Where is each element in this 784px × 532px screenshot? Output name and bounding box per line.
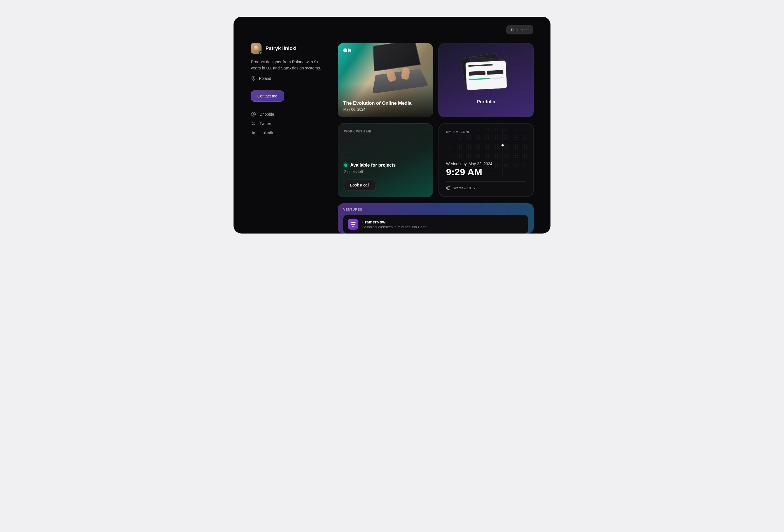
timezone-zone-text: Warsaw CEST [453, 186, 477, 190]
portfolio-preview-stack [461, 56, 511, 92]
social-link-linkedin[interactable]: LinkedIn [251, 130, 324, 135]
svg-point-0 [253, 78, 254, 79]
online-status-dot [259, 51, 262, 54]
venture-description: Stunning Websites in minutes. No Code. [362, 225, 427, 229]
social-links: Dribbble Twitter LinkedIn [251, 112, 324, 135]
avatar-wrapper [251, 43, 261, 54]
social-link-dribbble[interactable]: Dribbble [251, 112, 324, 117]
framer-icon [348, 219, 358, 230]
timezone-footer: Warsaw CEST [446, 181, 526, 190]
timezone-section-label: MY TIMEZONE [446, 130, 526, 134]
location-pin-icon [251, 76, 256, 81]
availability-dot-icon [344, 164, 347, 167]
ventures-card: VENTURES FramerNow Stunning Websites in … [338, 203, 534, 233]
main-content: The Evolution of Online Media May 06, 20… [338, 43, 534, 233]
twitter-x-icon [251, 121, 256, 126]
ventures-section-label: VENTURES [343, 208, 528, 211]
book-call-button[interactable]: Book a call [344, 179, 375, 191]
dribbble-icon [251, 112, 256, 117]
globe-icon [446, 186, 450, 190]
map-marker-icon [502, 144, 504, 146]
availability-row: Available for projects [344, 163, 426, 168]
profile-bio: Product designer from Poland with 9+ yea… [251, 59, 324, 72]
profile-location: Poland [251, 76, 324, 81]
linkedin-icon [251, 130, 256, 135]
cards-row-1: The Evolution of Online Media May 06, 20… [338, 43, 534, 117]
app-window: Dark mode Patryk Ilnicki Product designe… [233, 17, 551, 233]
portfolio-label: Portfolio [477, 100, 495, 105]
article-date: May 06, 2024 [343, 107, 412, 111]
contact-button[interactable]: Contact me [251, 90, 284, 102]
venture-item[interactable]: FramerNow Stunning Websites in minutes. … [343, 215, 528, 233]
spots-remaining-text: 2 spots left [344, 169, 426, 174]
portfolio-card[interactable]: Portfolio [439, 43, 534, 117]
profile-header: Patryk Ilnicki [251, 43, 324, 54]
social-label: Twitter [259, 121, 271, 126]
location-text: Poland [259, 76, 271, 81]
timezone-time: 9:29 AM [446, 167, 526, 177]
medium-icon [343, 48, 351, 53]
timezone-date: Wednesday, May 22, 2024 [446, 162, 526, 166]
social-label: Dribbble [259, 112, 274, 116]
cards-row-2: WORK WITH ME Available for projects 2 sp… [338, 123, 534, 197]
venture-title: FramerNow [362, 220, 427, 224]
timezone-card: MY TIMEZONE Wednesday, May 22, 2024 9:29… [439, 123, 534, 197]
availability-text: Available for projects [350, 163, 396, 168]
article-title: The Evolution of Online Media [343, 101, 412, 106]
profile-sidebar: Patryk Ilnicki Product designer from Pol… [251, 43, 324, 233]
profile-name: Patryk Ilnicki [265, 46, 297, 52]
content-layout: Patryk Ilnicki Product designer from Pol… [251, 25, 533, 233]
work-with-me-card: WORK WITH ME Available for projects 2 sp… [338, 123, 433, 197]
article-card[interactable]: The Evolution of Online Media May 06, 20… [338, 43, 433, 117]
work-section-label: WORK WITH ME [344, 130, 426, 133]
social-label: LinkedIn [259, 131, 274, 135]
social-link-twitter[interactable]: Twitter [251, 121, 324, 126]
theme-toggle-button[interactable]: Dark mode [506, 25, 533, 34]
